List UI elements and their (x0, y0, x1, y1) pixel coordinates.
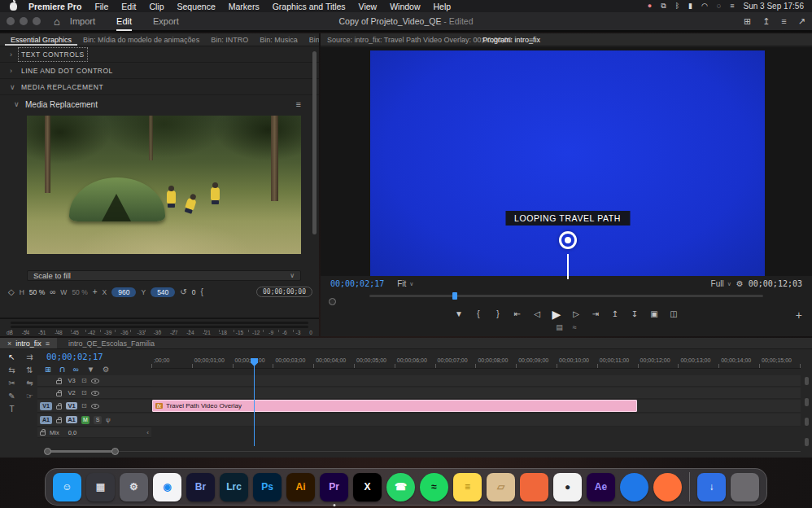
menubar-app-name[interactable]: Premiere Pro (22, 2, 88, 11)
track-target-v3[interactable]: V3 (66, 377, 77, 384)
sync-lock-icon[interactable]: ⊡ (81, 402, 87, 409)
playback-resolution-dropdown[interactable]: Full ∨ (711, 279, 731, 288)
photoshop[interactable]: Ps (253, 473, 282, 501)
slip-tool[interactable]: ⇋ (24, 378, 36, 388)
panel-tab[interactable]: Bin: INTRO (205, 33, 254, 46)
lock-icon[interactable] (56, 419, 62, 423)
close-tab-icon[interactable]: × (7, 339, 11, 348)
after-effects[interactable]: Ae (587, 473, 615, 501)
lift-button[interactable]: ↥ (609, 310, 621, 318)
timeline-ruler[interactable]: ;00;0000;00;01;0000;00;02;0000;00;03;000… (151, 356, 801, 369)
step-back-button[interactable]: ◁ (531, 310, 543, 318)
folder[interactable]: ▱ (487, 473, 515, 501)
panel-tab[interactable]: Bin: Musica (254, 33, 303, 46)
panel-menu-icon[interactable]: ≡ (529, 36, 534, 45)
add-marker-icon[interactable]: ▼ (87, 366, 94, 374)
video-frame[interactable]: LOOPING TRAVEL PATH (370, 50, 765, 276)
control-center-icon[interactable]: ≡ (730, 2, 734, 10)
selection-tool[interactable]: ↖ (6, 352, 18, 362)
anchor-icon[interactable]: ◇ (8, 287, 15, 296)
mark-out-button[interactable]: } (492, 310, 504, 318)
screen-mirror-icon[interactable]: ⧉ (661, 2, 666, 10)
zoom-handle-right[interactable] (111, 448, 119, 455)
spotlight-icon[interactable]: ◌ (717, 2, 721, 10)
blue-circle-app[interactable] (620, 473, 648, 501)
minimize-button[interactable] (20, 17, 28, 25)
sync-lock-icon[interactable]: ⊡ (81, 389, 87, 396)
playhead-timecode[interactable]: 00;00;02;17 (330, 279, 384, 288)
lock-icon[interactable] (56, 392, 62, 396)
width-value[interactable]: 50 % (72, 288, 87, 296)
ripple-edit-tool[interactable]: ⇆ (6, 365, 18, 375)
comparison-view-button[interactable]: ◫ (668, 310, 679, 318)
tab-menu-icon[interactable]: ≡ (46, 339, 50, 348)
github-desktop[interactable]: ● (553, 473, 582, 501)
hand-tool[interactable]: ☞ (24, 391, 36, 401)
scrubber-playhead[interactable] (452, 292, 457, 300)
razor-tool[interactable]: ✂ (6, 378, 18, 388)
lightroom-classic[interactable]: Lrc (220, 473, 248, 501)
fullscreen-icon[interactable]: ↗ (798, 16, 805, 27)
system-settings[interactable]: ⚙ (120, 473, 148, 501)
mode-tab[interactable]: Import (70, 15, 95, 28)
track-scrollbar[interactable] (805, 398, 809, 406)
bluetooth-icon[interactable]: ᛒ (675, 2, 679, 10)
zoom-level-dropdown[interactable]: Fit ∨ (397, 279, 413, 288)
menubar-item[interactable]: Markers (222, 2, 266, 11)
zoom-scrollbar-thumb[interactable] (49, 450, 114, 453)
mark-in-button[interactable]: { (473, 310, 484, 318)
export-frame-button[interactable]: ▣ (648, 310, 660, 318)
menubar-item[interactable]: File (88, 2, 115, 11)
y-position-value[interactable]: 540 (151, 287, 175, 297)
downloads[interactable]: ↓ (697, 473, 726, 501)
play-button[interactable]: ▶ (551, 309, 562, 320)
sequence-tab[interactable]: intro_QE_Escolas_Familia (57, 338, 166, 348)
go-to-out-button[interactable]: ⇥ (590, 310, 601, 318)
pen-tool[interactable]: ✎ (6, 391, 18, 401)
mode-tab[interactable]: Export (153, 15, 179, 28)
go-to-in-button[interactable]: ⇤ (512, 310, 523, 318)
track-target-a1[interactable]: A1 (66, 416, 77, 423)
source-patch-a1[interactable]: A1 (40, 416, 52, 424)
accordion-section[interactable]: ∨ MEDIA REPLACEMENT (0, 79, 319, 95)
monitor-scrubber[interactable] (369, 295, 763, 297)
timeline-zoom-scrollbar[interactable] (44, 448, 801, 456)
solo-button[interactable]: S (94, 416, 102, 424)
launchpad[interactable]: ▦ (86, 473, 115, 501)
media-timecode[interactable]: 00;00;00;00 (256, 287, 312, 297)
menubar-clock[interactable]: Sun 3 Sep 17:56 (743, 2, 804, 11)
move-icon[interactable]: + (93, 287, 98, 296)
track-scrollbar[interactable] (805, 377, 809, 385)
eye-icon[interactable] (91, 379, 99, 383)
menubar-item[interactable]: Help (427, 2, 458, 11)
menubar-item[interactable]: Clip (142, 2, 170, 11)
zoom-scroll-handle[interactable] (329, 298, 336, 305)
whatsapp[interactable]: ☎ (386, 473, 415, 501)
track-lane-v2[interactable] (151, 388, 801, 399)
illustrator[interactable]: Ai (286, 473, 315, 501)
mix-level-value[interactable]: 0,0 (68, 429, 76, 436)
apple-menu-icon[interactable] (10, 2, 17, 11)
close-button[interactable] (7, 17, 15, 25)
zoom-button[interactable] (33, 17, 41, 25)
add-marker-button[interactable]: ▼ (453, 310, 465, 318)
lock-icon[interactable] (56, 405, 62, 409)
home-icon[interactable]: ⌂ (54, 15, 60, 28)
eye-icon[interactable] (91, 391, 99, 396)
source-patch-v1[interactable]: V1 (40, 402, 52, 410)
rolling-edit-tool[interactable]: ⇅ (24, 365, 36, 375)
orange-app[interactable] (520, 473, 548, 501)
finder[interactable]: ☺ (53, 473, 81, 501)
x-position-value[interactable]: 960 (111, 287, 136, 297)
media-replacement-header[interactable]: ∨ Media Replacement ≡ (0, 95, 319, 113)
menubar-item[interactable]: Sequence (170, 2, 221, 11)
mode-tab[interactable]: Edit (116, 15, 132, 28)
firefox[interactable] (653, 473, 682, 501)
sync-lock-icon[interactable]: ⊡ (81, 377, 87, 384)
linked-selection-icon[interactable]: ∞ (73, 366, 79, 374)
link-icon[interactable]: ∞ (50, 287, 55, 296)
extract-button[interactable]: ↧ (629, 310, 640, 318)
timeline-playhead-timecode[interactable]: 00;00;02;17 (46, 352, 103, 361)
insert-overwrite-icon[interactable]: ⊞ (45, 366, 51, 374)
panel-menu-icon[interactable]: ≡ (781, 16, 786, 27)
